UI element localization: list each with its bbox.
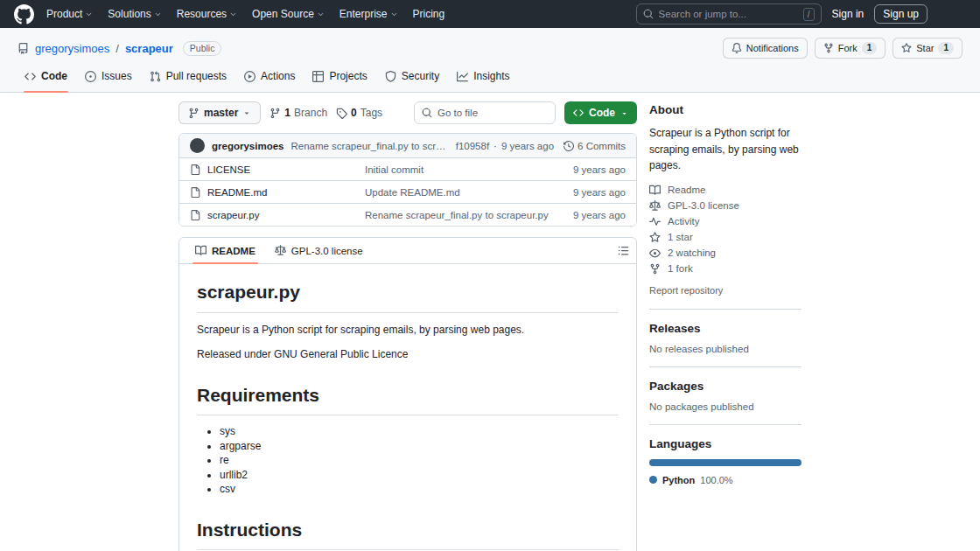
nav-menu-item[interactable]: Open Source — [252, 8, 325, 20]
sign-up-button[interactable]: Sign up — [874, 4, 928, 24]
repo-icon — [18, 43, 29, 54]
repo-tab-label: Issues — [102, 70, 132, 82]
nav-menu-item[interactable]: Enterprise — [340, 8, 398, 20]
book-icon — [195, 245, 206, 256]
repo-meta-item[interactable]: 1 star — [649, 232, 802, 243]
repo-tab[interactable]: Insights — [450, 63, 516, 92]
repo-title-row: gregorysimoes / scrapeur Public Notifica… — [18, 37, 962, 59]
file-commit-message-link[interactable]: Update README.md — [365, 187, 556, 198]
commit-author-link[interactable]: gregorysimoes — [212, 141, 284, 151]
tag-icon — [336, 108, 347, 119]
repo-owner-link[interactable]: gregorysimoes — [35, 42, 109, 55]
tab-readme[interactable]: README — [186, 238, 264, 263]
instructions-heading: Instructions — [197, 516, 619, 551]
nav-menu-label: Resources — [177, 8, 227, 20]
file-row[interactable]: README.md Update README.md 9 years ago — [179, 180, 636, 203]
commit-history-link[interactable]: 6 Commits — [564, 141, 626, 151]
repo-meta-label: Readme — [668, 185, 705, 195]
star-icon — [901, 43, 912, 53]
file-commit-message-link[interactable]: Initial commit — [365, 164, 556, 175]
repo-separator: / — [116, 42, 119, 55]
branch-selector[interactable]: master — [178, 101, 261, 124]
latest-commit-bar: gregorysimoes Rename scrapeur_final.py t… — [179, 134, 636, 157]
readme-panel: README GPL-3.0 license scrapeur.py Scrap… — [178, 237, 637, 551]
notifications-label: Notifications — [746, 43, 799, 53]
notifications-button[interactable]: Notifications — [723, 38, 808, 59]
github-logo-icon[interactable] — [14, 4, 34, 24]
outline-toggle-button[interactable] — [618, 245, 629, 256]
global-search-input[interactable] — [659, 9, 798, 19]
file-commit-time: 9 years ago — [556, 210, 626, 220]
repo-tab-label: Insights — [473, 70, 509, 82]
go-to-file-box[interactable] — [414, 101, 556, 124]
language-bar[interactable] — [649, 459, 802, 466]
history-icon — [564, 141, 574, 151]
sign-in-link[interactable]: Sign in — [832, 8, 864, 20]
file-name-link[interactable]: LICENSE — [207, 164, 250, 175]
law-icon — [275, 245, 286, 256]
tags-link[interactable]: 0 Tags — [336, 107, 382, 119]
global-search[interactable]: / — [636, 3, 822, 24]
requirement-item: sys — [220, 424, 619, 439]
nav-menu-item[interactable]: Product — [46, 8, 93, 20]
star-button[interactable]: Star 1 — [892, 38, 962, 59]
languages-section: Languages Python 100.0% — [649, 424, 802, 485]
readme-paragraph: Released under GNU General Public Licenc… — [197, 346, 619, 362]
file-commit-time: 9 years ago — [556, 164, 626, 175]
fork-button[interactable]: Fork 1 — [815, 38, 886, 59]
repo-header: gregorysimoes / scrapeur Public Notifica… — [0, 28, 980, 93]
branch-count-label: Branch — [294, 107, 327, 119]
commit-count-label: 6 Commits — [578, 141, 626, 151]
file-icon — [190, 164, 200, 175]
nav-menu-item[interactable]: Resources — [177, 8, 237, 20]
about-description: Scrapeur is a Python script for scraping… — [649, 125, 802, 174]
file-commit-message-link[interactable]: Rename scrapeur_final.py to scrapeur.py — [365, 210, 556, 220]
code-toolbar: master 1 Branch 0 Tags Code — [178, 101, 637, 124]
fork-label: Fork — [838, 43, 858, 53]
top-navigation: Product Solutions Resources Open Source … — [0, 0, 980, 28]
repo-name-link[interactable]: scrapeur — [125, 42, 173, 55]
triangle-down-icon — [242, 108, 251, 117]
tab-license[interactable]: GPL-3.0 license — [266, 238, 372, 263]
code-download-button[interactable]: Code — [564, 101, 637, 124]
repo-meta-label: GPL-3.0 license — [668, 200, 739, 211]
pulse-icon — [649, 216, 661, 227]
repo-tab[interactable]: Issues — [78, 63, 139, 92]
requirement-item: csv — [220, 482, 619, 497]
repo-meta-item[interactable]: Readme — [649, 185, 802, 196]
repo-meta-item[interactable]: GPL-3.0 license — [649, 200, 802, 212]
repo-tabs: Code Issues Pull requests Actions Projec… — [18, 63, 962, 92]
file-row[interactable]: scrapeur.py Rename scrapeur_final.py to … — [179, 203, 636, 226]
repo-meta-item[interactable]: 1 fork — [649, 263, 802, 275]
repo-tab[interactable]: Code — [18, 63, 74, 92]
tab-license-label: GPL-3.0 license — [291, 246, 363, 256]
commit-sha-link[interactable]: f10958f — [456, 141, 489, 151]
nav-menu-item[interactable]: Solutions — [108, 8, 161, 20]
repo-meta-item[interactable]: Activity — [649, 216, 802, 227]
file-row[interactable]: LICENSE Initial commit 9 years ago — [179, 157, 636, 180]
language-percent: 100.0% — [700, 475, 732, 485]
report-repository-link[interactable]: Report repository — [649, 285, 723, 296]
chevron-down-icon — [229, 10, 237, 18]
branches-link[interactable]: 1 Branch — [270, 107, 327, 119]
repo-tab[interactable]: Pull requests — [143, 63, 234, 92]
table-icon — [312, 71, 324, 82]
commit-message-link[interactable]: Rename scrapeur_final.py to scrapeur.py — [290, 141, 448, 151]
search-icon — [643, 9, 654, 19]
language-item[interactable]: Python 100.0% — [649, 475, 802, 485]
repo-meta-item[interactable]: 2 watching — [649, 248, 802, 259]
git-branch-icon — [188, 108, 200, 119]
file-name-link[interactable]: README.md — [207, 187, 267, 198]
file-name-link[interactable]: scrapeur.py — [207, 210, 259, 220]
repo-tab-label: Actions — [261, 70, 295, 82]
file-browser: gregorysimoes Rename scrapeur_final.py t… — [178, 133, 637, 227]
repo-tab[interactable]: Actions — [237, 63, 302, 92]
nav-menu-item[interactable]: Pricing — [413, 8, 445, 20]
commit-author-avatar[interactable] — [190, 138, 205, 153]
go-to-file-input[interactable] — [438, 108, 548, 118]
repo-forked-icon — [649, 263, 661, 275]
repo-tab[interactable]: Projects — [305, 63, 374, 92]
packages-section: Packages No packages published — [649, 366, 802, 412]
language-list: Python 100.0% — [649, 475, 802, 485]
repo-tab[interactable]: Security — [378, 63, 446, 92]
